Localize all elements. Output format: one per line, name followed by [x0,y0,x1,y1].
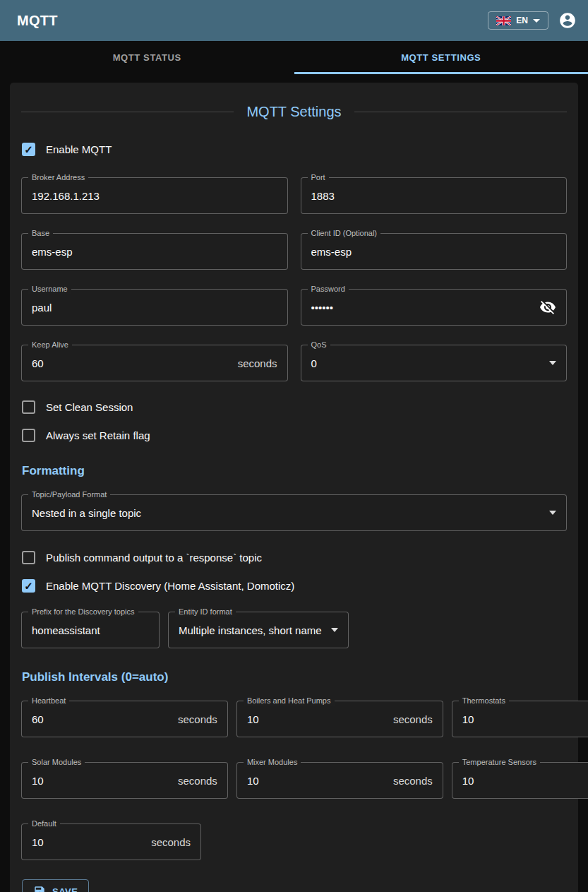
heartbeat-suffix: seconds [178,713,217,725]
app-bar: MQTT EN [0,0,588,41]
app-title: MQTT [17,13,58,29]
save-icon [33,885,46,892]
password-field[interactable]: Password [301,289,568,326]
port-input[interactable] [311,190,557,202]
intervals-section-title: Publish Intervals (0=auto) [22,670,567,684]
clean-session-label: Set Clean Session [46,401,133,413]
retain-flag-label: Always set Retain flag [46,429,150,441]
visibility-off-icon[interactable] [539,299,556,316]
clean-session-row[interactable]: ✓ Set Clean Session [22,400,567,414]
uk-flag-icon [496,16,511,25]
keep-alive-suffix: seconds [238,357,277,369]
client-id-field[interactable]: Client ID (Optional) [301,233,568,270]
entity-id-format-value: Multiple instances, short name [179,624,325,636]
default-interval-suffix: seconds [151,836,191,848]
client-id-input[interactable] [311,246,557,258]
entity-id-format-label: Entity ID format [175,607,236,617]
solar-modules-input[interactable] [32,775,172,787]
dropdown-caret-icon [331,628,338,632]
password-label: Password [308,285,349,294]
broker-port-row: Broker Address Port Base Client ID (Opti… [21,177,567,381]
response-topic-label: Publish command output to a `response` t… [46,552,262,564]
boilers-input[interactable] [247,713,388,725]
response-topic-checkbox[interactable]: ✓ [22,551,35,564]
mqtt-discovery-label: Enable MQTT Discovery (Home Assistant, D… [46,580,294,592]
password-input[interactable] [311,302,540,314]
intervals-grid: Heartbeat seconds Boilers and Heat Pumps… [21,701,567,799]
checkbox-check-icon: ✓ [24,581,33,591]
base-input[interactable] [32,246,277,258]
language-selector-button[interactable]: EN [488,11,548,30]
title-divider-left [21,112,234,112]
discovery-prefix-input[interactable] [32,624,149,636]
qos-value: 0 [311,357,544,369]
enable-mqtt-label: Enable MQTT [46,143,112,155]
heartbeat-field[interactable]: Heartbeat seconds [21,701,228,737]
retain-flag-checkbox[interactable]: ✓ [22,429,35,442]
mixer-modules-suffix: seconds [393,775,433,787]
default-interval-label: Default [28,819,60,828]
formatting-section-title: Formatting [22,464,567,478]
thermostats-field[interactable]: Thermostats seconds [452,701,588,737]
port-field[interactable]: Port [301,177,568,214]
dropdown-caret-icon [549,361,556,365]
account-avatar-icon[interactable] [558,11,577,30]
broker-address-field[interactable]: Broker Address [21,177,288,214]
mixer-modules-field[interactable]: Mixer Modules seconds [236,762,443,799]
solar-modules-field[interactable]: Solar Modules seconds [21,762,228,799]
discovery-options-row: Prefix for the Discovery topics Entity I… [21,612,567,648]
heartbeat-input[interactable] [32,713,172,725]
tab-mqtt-settings[interactable]: MQTT SETTINGS [294,41,588,74]
checkbox-check-icon: ✓ [24,144,33,155]
temperature-sensors-field[interactable]: Temperature Sensors seconds [452,762,588,799]
temperature-sensors-label: Temperature Sensors [459,758,540,767]
keep-alive-field[interactable]: Keep Alive seconds [21,345,288,381]
tab-bar: MQTT STATUS MQTT SETTINGS [0,41,588,74]
solar-modules-label: Solar Modules [28,758,85,767]
port-label: Port [308,173,329,182]
qos-select[interactable]: QoS 0 [301,345,568,381]
tab-mqtt-status[interactable]: MQTT STATUS [0,41,294,74]
username-field[interactable]: Username [21,289,288,326]
topic-format-value: Nested in a single topic [32,507,544,519]
discovery-prefix-field[interactable]: Prefix for the Discovery topics [21,612,160,648]
dropdown-caret-icon [549,511,556,515]
default-interval-field[interactable]: Default seconds [21,823,201,860]
save-button[interactable]: SAVE [22,879,89,892]
temperature-sensors-input[interactable] [462,775,588,787]
thermostats-input[interactable] [462,713,588,725]
boilers-label: Boilers and Heat Pumps [244,696,335,706]
username-label: Username [28,285,71,294]
base-field[interactable]: Base [21,233,288,270]
topic-format-label: Topic/Payload Format [28,490,110,499]
heartbeat-label: Heartbeat [28,696,69,706]
response-topic-row[interactable]: ✓ Publish command output to a `response`… [22,551,567,564]
solar-modules-suffix: seconds [178,775,217,787]
clean-session-checkbox[interactable]: ✓ [22,400,35,414]
broker-address-input[interactable] [32,190,277,202]
topic-format-select[interactable]: Topic/Payload Format Nested in a single … [21,494,567,531]
client-id-label: Client ID (Optional) [308,229,381,238]
chevron-down-icon [533,19,540,23]
save-button-label: SAVE [52,886,78,892]
enable-mqtt-checkbox[interactable]: ✓ [22,143,35,156]
broker-address-label: Broker Address [28,173,88,182]
default-interval-input[interactable] [32,836,145,848]
mixer-modules-input[interactable] [247,775,388,787]
base-label: Base [28,229,53,238]
entity-id-format-select[interactable]: Entity ID format Multiple instances, sho… [168,612,349,648]
discovery-prefix-label: Prefix for the Discovery topics [28,607,138,617]
mqtt-discovery-row[interactable]: ✓ Enable MQTT Discovery (Home Assistant,… [22,579,567,593]
retain-flag-row[interactable]: ✓ Always set Retain flag [22,429,567,442]
keep-alive-input[interactable] [32,357,232,369]
thermostats-label: Thermostats [459,696,509,706]
enable-mqtt-row[interactable]: ✓ Enable MQTT [22,143,567,156]
mqtt-discovery-checkbox[interactable]: ✓ [22,579,35,593]
language-label: EN [516,16,528,25]
boilers-field[interactable]: Boilers and Heat Pumps seconds [236,701,443,737]
keep-alive-label: Keep Alive [28,340,72,350]
username-input[interactable] [32,302,277,314]
boilers-suffix: seconds [393,713,433,725]
settings-card: MQTT Settings ✓ Enable MQTT Broker Addre… [10,83,578,892]
title-divider-right [354,112,567,112]
